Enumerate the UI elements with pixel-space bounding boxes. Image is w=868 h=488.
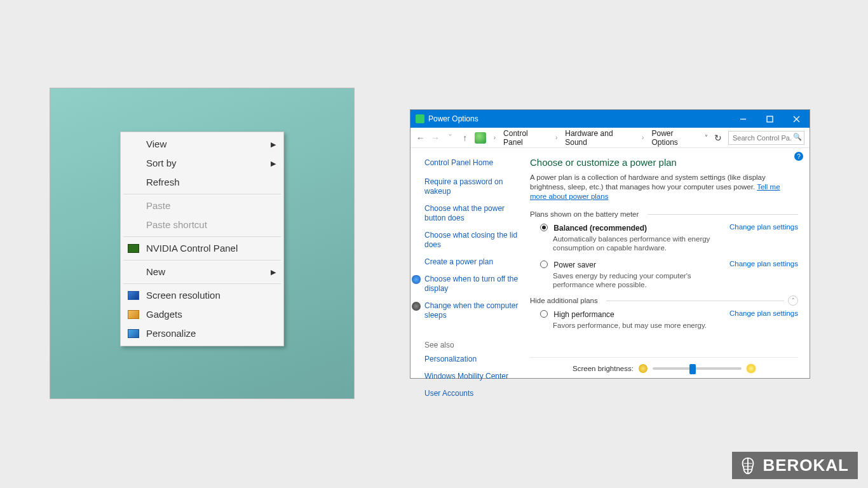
- link-personalization[interactable]: Personalization: [424, 355, 519, 364]
- maximize-button[interactable]: [756, 110, 783, 128]
- gadgets-icon: [126, 308, 141, 321]
- forward-button: →: [430, 133, 440, 143]
- plan-balanced[interactable]: Balanced (recommended) Change plan setti…: [540, 223, 798, 252]
- desktop-wallpaper: View ▶ Sort by ▶ Refresh Paste Paste sho…: [50, 88, 355, 399]
- separator: [123, 236, 281, 237]
- menu-label: New: [146, 265, 271, 279]
- plan-name: Balanced (recommended): [553, 224, 647, 233]
- plan-description: Favors performance, but may use more ene…: [553, 321, 728, 330]
- svg-rect-1: [767, 116, 773, 122]
- page-description: A power plan is a collection of hardware…: [530, 173, 798, 201]
- address-dropdown-button[interactable]: ˅: [705, 134, 708, 141]
- separator: [123, 260, 281, 261]
- menu-nvidia-control-panel[interactable]: NVIDIA Control Panel: [122, 239, 282, 258]
- link-mobility-center[interactable]: Windows Mobility Center: [424, 372, 519, 381]
- menu-gadgets[interactable]: Gadgets: [122, 305, 282, 324]
- sun-dim-icon: [639, 364, 648, 373]
- blank-icon: [126, 157, 141, 170]
- submenu-arrow-icon: ▶: [271, 156, 276, 170]
- menu-sort-by[interactable]: Sort by ▶: [122, 154, 282, 173]
- separator: [123, 194, 281, 194]
- radio-power-saver[interactable]: [540, 261, 548, 268]
- change-plan-settings-link[interactable]: Change plan settings: [729, 223, 798, 231]
- menu-personalize[interactable]: Personalize: [122, 324, 282, 343]
- radio-high-performance[interactable]: [540, 310, 548, 318]
- menu-label: Gadgets: [146, 308, 276, 322]
- breadcrumb-control-panel[interactable]: Control Panel: [503, 129, 548, 147]
- change-plan-settings-link[interactable]: Change plan settings: [729, 309, 798, 317]
- brightness-slider[interactable]: [653, 367, 742, 370]
- link-label: Choose when to turn off the display: [424, 274, 518, 293]
- menu-label: Refresh: [146, 175, 276, 189]
- nvidia-icon: [126, 242, 141, 255]
- slider-thumb[interactable]: [689, 364, 696, 374]
- brightness-label: Screen brightness:: [573, 365, 634, 372]
- plans-group-label: Plans shown on the battery meter: [530, 210, 798, 218]
- titlebar: Power Options: [410, 110, 810, 128]
- change-plan-settings-link[interactable]: Change plan settings: [729, 260, 798, 268]
- menu-view[interactable]: View ▶: [122, 135, 282, 154]
- watermark-text: BEROKAL: [763, 456, 849, 475]
- link-create-plan[interactable]: Create a power plan: [424, 257, 519, 267]
- power-options-window: Power Options ← → ˅ ↑ › Control Panel › …: [410, 109, 810, 379]
- collapse-button[interactable]: ˄: [788, 295, 798, 306]
- blank-icon: [126, 266, 141, 278]
- link-closing-lid[interactable]: Choose what closing the lid does: [424, 231, 519, 250]
- plan-high-performance[interactable]: High performance Change plan settings Fa…: [540, 309, 798, 330]
- personalize-icon: [126, 327, 141, 340]
- menu-label: Personalize: [146, 327, 276, 341]
- recent-locations-button[interactable]: ˅: [445, 133, 455, 143]
- plan-name: Power saver: [553, 261, 596, 269]
- submenu-arrow-icon: ▶: [271, 137, 276, 151]
- plan-name: High performance: [553, 310, 614, 319]
- link-turn-off-display[interactable]: Choose when to turn off the display: [424, 274, 519, 294]
- desktop-context-menu: View ▶ Sort by ▶ Refresh Paste Paste sho…: [120, 132, 284, 346]
- menu-new[interactable]: New ▶: [122, 262, 282, 281]
- shield-icon: [412, 302, 421, 311]
- control-panel-home-link[interactable]: Control Panel Home: [424, 158, 519, 167]
- breadcrumb-power-options[interactable]: Power Options: [651, 129, 700, 147]
- blank-icon: [126, 219, 141, 231]
- close-button[interactable]: [783, 110, 810, 128]
- link-power-button[interactable]: Choose what the power button does: [424, 204, 519, 223]
- breadcrumb-hardware-sound[interactable]: Hardware and Sound: [565, 129, 634, 147]
- chevron-right-icon: ›: [639, 134, 646, 141]
- shield-icon: [412, 275, 421, 284]
- menu-label: Paste shortcut: [146, 218, 276, 232]
- menu-label: View: [146, 137, 271, 151]
- window-title: Power Options: [428, 114, 729, 123]
- hide-additional-plans-label[interactable]: Hide additional plans ˄: [530, 297, 798, 304]
- radio-balanced[interactable]: [540, 224, 548, 231]
- search-icon: 🔍: [793, 133, 802, 141]
- plan-description: Saves energy by reducing your computer's…: [553, 271, 728, 289]
- menu-paste: Paste: [122, 196, 282, 215]
- power-options-icon: [416, 114, 424, 123]
- menu-refresh[interactable]: Refresh: [122, 173, 282, 192]
- link-label: Change when the computer sleeps: [424, 301, 518, 320]
- chevron-right-icon: ›: [553, 134, 560, 141]
- plan-description: Automatically balances performance with …: [553, 234, 728, 252]
- menu-label: Paste: [146, 199, 276, 213]
- link-user-accounts[interactable]: User Accounts: [424, 389, 519, 398]
- menu-label: Screen resolution: [146, 288, 276, 302]
- minimize-button[interactable]: [729, 110, 756, 128]
- link-require-password[interactable]: Require a password on wakeup: [424, 177, 519, 196]
- see-also-heading: See also: [424, 341, 519, 349]
- blank-icon: [126, 138, 141, 151]
- sidebar: Control Panel Home Require a password on…: [410, 148, 525, 378]
- back-button[interactable]: ←: [416, 133, 425, 143]
- refresh-button[interactable]: ↻: [714, 133, 722, 143]
- plan-power-saver[interactable]: Power saver Change plan settings Saves e…: [540, 260, 798, 289]
- link-computer-sleeps[interactable]: Change when the computer sleeps: [424, 301, 519, 320]
- menu-screen-resolution[interactable]: Screen resolution: [122, 286, 282, 305]
- nav-toolbar: ← → ˅ ↑ › Control Panel › Hardware and S…: [410, 128, 810, 148]
- brightness-control: Screen brightness:: [530, 357, 798, 373]
- menu-paste-shortcut: Paste shortcut: [122, 215, 282, 234]
- watermark: BEROKAL: [732, 452, 858, 479]
- brain-icon: [738, 456, 757, 475]
- up-button[interactable]: ↑: [460, 133, 470, 143]
- page-heading: Choose or customize a power plan: [530, 157, 798, 168]
- label-text: Hide additional plans: [530, 297, 598, 304]
- menu-label: Sort by: [146, 156, 271, 170]
- menu-label: NVIDIA Control Panel: [146, 241, 276, 255]
